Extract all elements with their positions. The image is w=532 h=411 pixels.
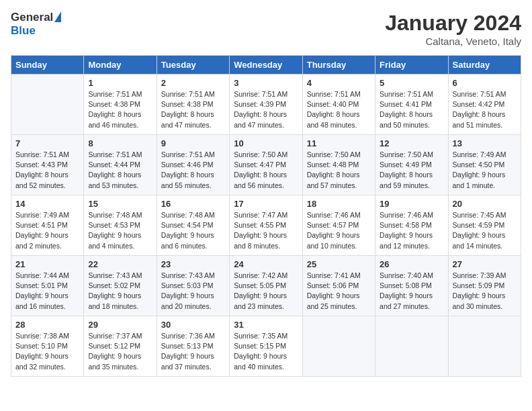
- day-number: 18: [307, 199, 371, 209]
- day-number: 23: [161, 259, 225, 269]
- weekday-header-row: Sunday Monday Tuesday Wednesday Thursday…: [11, 56, 521, 75]
- day-info: Sunrise: 7:36 AM Sunset: 5:13 PM Dayligh…: [161, 331, 225, 372]
- calendar-cell: 9Sunrise: 7:51 AM Sunset: 4:46 PM Daylig…: [157, 135, 229, 195]
- calendar-cell: 23Sunrise: 7:43 AM Sunset: 5:03 PM Dayli…: [157, 256, 229, 316]
- day-number: 4: [307, 78, 371, 88]
- header-saturday: Saturday: [448, 56, 521, 75]
- day-number: 29: [88, 320, 152, 330]
- day-info: Sunrise: 7:43 AM Sunset: 5:02 PM Dayligh…: [88, 271, 152, 312]
- logo-blue-text: Blue: [11, 24, 61, 38]
- day-number: 1: [88, 78, 152, 88]
- day-info: Sunrise: 7:51 AM Sunset: 4:46 PM Dayligh…: [161, 150, 225, 191]
- calendar-week-3: 14Sunrise: 7:49 AM Sunset: 4:51 PM Dayli…: [11, 195, 521, 256]
- logo-general-text: General: [11, 11, 53, 24]
- day-info: Sunrise: 7:38 AM Sunset: 5:10 PM Dayligh…: [15, 331, 79, 372]
- day-number: 12: [380, 138, 443, 148]
- day-info: Sunrise: 7:40 AM Sunset: 5:08 PM Dayligh…: [380, 271, 443, 312]
- header-thursday: Thursday: [302, 56, 375, 75]
- day-info: Sunrise: 7:49 AM Sunset: 4:50 PM Dayligh…: [453, 150, 517, 191]
- day-info: Sunrise: 7:51 AM Sunset: 4:38 PM Dayligh…: [161, 89, 225, 130]
- calendar-cell: 19Sunrise: 7:46 AM Sunset: 4:58 PM Dayli…: [375, 195, 448, 256]
- day-number: 13: [453, 138, 517, 148]
- day-info: Sunrise: 7:48 AM Sunset: 4:53 PM Dayligh…: [88, 210, 152, 251]
- calendar-cell: 24Sunrise: 7:42 AM Sunset: 5:05 PM Dayli…: [230, 256, 302, 316]
- day-info: Sunrise: 7:43 AM Sunset: 5:03 PM Dayligh…: [161, 271, 225, 312]
- day-number: 7: [15, 138, 79, 148]
- calendar-cell: 13Sunrise: 7:49 AM Sunset: 4:50 PM Dayli…: [448, 135, 521, 195]
- calendar-table: Sunday Monday Tuesday Wednesday Thursday…: [11, 55, 521, 377]
- calendar-cell: 18Sunrise: 7:46 AM Sunset: 4:57 PM Dayli…: [302, 195, 375, 256]
- day-info: Sunrise: 7:46 AM Sunset: 4:58 PM Dayligh…: [380, 210, 443, 251]
- day-info: Sunrise: 7:51 AM Sunset: 4:43 PM Dayligh…: [15, 150, 79, 191]
- day-info: Sunrise: 7:51 AM Sunset: 4:44 PM Dayligh…: [88, 150, 152, 191]
- calendar-cell: 17Sunrise: 7:47 AM Sunset: 4:55 PM Dayli…: [230, 195, 302, 256]
- calendar-cell: 25Sunrise: 7:41 AM Sunset: 5:06 PM Dayli…: [302, 256, 375, 316]
- location-subtitle: Caltana, Veneto, Italy: [385, 36, 521, 47]
- calendar-cell: 12Sunrise: 7:50 AM Sunset: 4:49 PM Dayli…: [375, 135, 448, 195]
- day-number: 19: [380, 199, 443, 209]
- calendar-cell: 31Sunrise: 7:35 AM Sunset: 5:15 PM Dayli…: [230, 316, 302, 377]
- page-header: General Blue January 2024 Caltana, Venet…: [11, 11, 521, 47]
- calendar-header: Sunday Monday Tuesday Wednesday Thursday…: [11, 56, 521, 75]
- calendar-cell: 6Sunrise: 7:51 AM Sunset: 4:42 PM Daylig…: [448, 75, 521, 135]
- day-number: 11: [307, 138, 371, 148]
- logo: General Blue: [11, 11, 61, 38]
- day-number: 21: [15, 259, 79, 269]
- header-wednesday: Wednesday: [230, 56, 302, 75]
- calendar-cell: [448, 316, 521, 377]
- calendar-cell: 15Sunrise: 7:48 AM Sunset: 4:53 PM Dayli…: [84, 195, 157, 256]
- day-info: Sunrise: 7:49 AM Sunset: 4:51 PM Dayligh…: [15, 210, 79, 251]
- calendar-cell: 29Sunrise: 7:37 AM Sunset: 5:12 PM Dayli…: [84, 316, 157, 377]
- month-title: January 2024: [385, 11, 521, 36]
- calendar-cell: 4Sunrise: 7:51 AM Sunset: 4:40 PM Daylig…: [302, 75, 375, 135]
- day-info: Sunrise: 7:39 AM Sunset: 5:09 PM Dayligh…: [453, 271, 517, 312]
- day-number: 30: [161, 320, 225, 330]
- day-info: Sunrise: 7:45 AM Sunset: 4:59 PM Dayligh…: [453, 210, 517, 251]
- day-number: 28: [15, 320, 79, 330]
- calendar-cell: 2Sunrise: 7:51 AM Sunset: 4:38 PM Daylig…: [157, 75, 229, 135]
- day-info: Sunrise: 7:50 AM Sunset: 4:47 PM Dayligh…: [234, 150, 298, 191]
- calendar-cell: 30Sunrise: 7:36 AM Sunset: 5:13 PM Dayli…: [157, 316, 229, 377]
- day-number: 10: [234, 138, 298, 148]
- day-number: 3: [234, 78, 298, 88]
- day-info: Sunrise: 7:50 AM Sunset: 4:48 PM Dayligh…: [307, 150, 371, 191]
- day-info: Sunrise: 7:51 AM Sunset: 4:38 PM Dayligh…: [88, 89, 152, 130]
- day-info: Sunrise: 7:44 AM Sunset: 5:01 PM Dayligh…: [15, 271, 79, 312]
- header-monday: Monday: [84, 56, 157, 75]
- day-info: Sunrise: 7:51 AM Sunset: 4:41 PM Dayligh…: [380, 89, 443, 130]
- day-number: 24: [234, 259, 298, 269]
- logo-triangle-icon: [54, 11, 61, 22]
- calendar-week-2: 7Sunrise: 7:51 AM Sunset: 4:43 PM Daylig…: [11, 135, 521, 195]
- header-friday: Friday: [375, 56, 448, 75]
- day-number: 26: [380, 259, 443, 269]
- calendar-cell: 20Sunrise: 7:45 AM Sunset: 4:59 PM Dayli…: [448, 195, 521, 256]
- calendar-cell: 22Sunrise: 7:43 AM Sunset: 5:02 PM Dayli…: [84, 256, 157, 316]
- day-number: 15: [88, 199, 152, 209]
- day-number: 5: [380, 78, 443, 88]
- calendar-cell: 5Sunrise: 7:51 AM Sunset: 4:41 PM Daylig…: [375, 75, 448, 135]
- day-number: 6: [453, 78, 517, 88]
- day-number: 16: [161, 199, 225, 209]
- calendar-cell: [375, 316, 448, 377]
- header-tuesday: Tuesday: [157, 56, 229, 75]
- calendar-cell: 10Sunrise: 7:50 AM Sunset: 4:47 PM Dayli…: [230, 135, 302, 195]
- calendar-cell: [11, 75, 84, 135]
- calendar-cell: 3Sunrise: 7:51 AM Sunset: 4:39 PM Daylig…: [230, 75, 302, 135]
- calendar-cell: 26Sunrise: 7:40 AM Sunset: 5:08 PM Dayli…: [375, 256, 448, 316]
- header-sunday: Sunday: [11, 56, 84, 75]
- day-info: Sunrise: 7:51 AM Sunset: 4:42 PM Dayligh…: [453, 89, 517, 130]
- day-number: 22: [88, 259, 152, 269]
- calendar-cell: 7Sunrise: 7:51 AM Sunset: 4:43 PM Daylig…: [11, 135, 84, 195]
- day-number: 8: [88, 138, 152, 148]
- calendar-week-1: 1Sunrise: 7:51 AM Sunset: 4:38 PM Daylig…: [11, 75, 521, 135]
- title-section: January 2024 Caltana, Veneto, Italy: [385, 11, 521, 47]
- day-info: Sunrise: 7:51 AM Sunset: 4:39 PM Dayligh…: [234, 89, 298, 130]
- calendar-cell: 11Sunrise: 7:50 AM Sunset: 4:48 PM Dayli…: [302, 135, 375, 195]
- calendar-body: 1Sunrise: 7:51 AM Sunset: 4:38 PM Daylig…: [11, 75, 521, 377]
- day-number: 25: [307, 259, 371, 269]
- day-info: Sunrise: 7:46 AM Sunset: 4:57 PM Dayligh…: [307, 210, 371, 251]
- calendar-cell: 21Sunrise: 7:44 AM Sunset: 5:01 PM Dayli…: [11, 256, 84, 316]
- day-info: Sunrise: 7:42 AM Sunset: 5:05 PM Dayligh…: [234, 271, 298, 312]
- day-info: Sunrise: 7:51 AM Sunset: 4:40 PM Dayligh…: [307, 89, 371, 130]
- calendar-cell: 8Sunrise: 7:51 AM Sunset: 4:44 PM Daylig…: [84, 135, 157, 195]
